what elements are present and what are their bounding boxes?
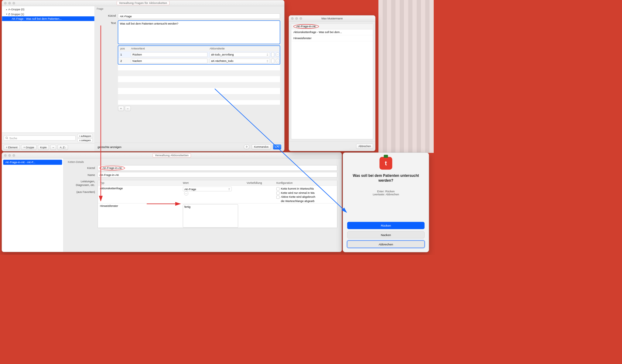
- hinweis-textarea[interactable]: fertig: [183, 204, 238, 228]
- hint-space: Leertaste: Abbrechen: [373, 193, 399, 196]
- label-kuerzel: Kürzel: [68, 166, 97, 170]
- konf-2-label: Kette wird nur einmal in Wa: [281, 191, 315, 194]
- cancel-button[interactable]: Abbrechen: [347, 241, 425, 248]
- tree-item-akfrage[interactable]: AK-Frage - Was soll bei dem Patienten...: [2, 16, 94, 21]
- window-title: Verwaltung Fragen für Aktionsketten: [117, 1, 169, 5]
- konf-check-3[interactable]: Aktive Kette wird abgebroch: [276, 195, 337, 199]
- remove-button[interactable]: –: [50, 145, 56, 150]
- pos-1: 1: [118, 53, 129, 56]
- titlebar[interactable]: Verwaltung Fragen für Aktionsketten: [2, 0, 284, 6]
- traffic-lights[interactable]: [4, 154, 15, 157]
- answers-empty-rows: [118, 64, 280, 105]
- svg-line-1: [7, 138, 8, 139]
- ketten-table: Typ Wert Vorbefüllung Konfiguration Akti…: [97, 180, 337, 228]
- wert-more-icon[interactable]: ⋯: [184, 191, 188, 196]
- question-tree[interactable]: ▸A-Gruppe (0) ▾Z Gruppe (1) AK-Frage - W…: [2, 6, 94, 133]
- background-mosaic: [378, 0, 434, 153]
- pos-2: 2: [118, 59, 129, 62]
- aktionsketten-sidebar[interactable]: AK-Frage-in-AK - AK-F...: [2, 158, 63, 252]
- leist-text: Leistungen, Diagnosen, etc.: [76, 180, 95, 186]
- hint-enter: Enter: Rücken: [373, 190, 399, 193]
- keyboard-hints: Enter: Rücken Leertaste: Abbrechen: [373, 190, 399, 196]
- konf-3-label: Aktive Kette wird abgebroch: [281, 195, 315, 199]
- konf-check-1[interactable]: Kette kommt in Warteschla: [276, 187, 337, 191]
- traffic-lights[interactable]: [291, 17, 302, 19]
- typ-1: Aktionskettenfrage: [98, 187, 181, 190]
- sidebar-item-label: AK-Frage-in-AK - AK-F...: [5, 161, 36, 164]
- ok-button[interactable]: OK: [273, 144, 282, 150]
- ketten-row-1[interactable]: Aktionskettenfrage AK-Frage ⋯ Kette komm…: [98, 186, 337, 204]
- section-ketten-details: Ketten-Details: [68, 160, 337, 165]
- typ-2: Hinweisfenster: [98, 204, 181, 207]
- ketten-row-2[interactable]: Hinweisfenster fertig: [98, 204, 337, 228]
- traffic-lights[interactable]: [4, 2, 15, 4]
- wert-select-1[interactable]: AK-Frage: [183, 187, 232, 191]
- konf-check-2[interactable]: Kette wird nur einmal in Wa: [276, 191, 337, 195]
- ak-stepper-1[interactable]: [271, 52, 274, 57]
- answer-input-1[interactable]: Rücken: [131, 52, 207, 57]
- ak-more-icon-1[interactable]: ⋯: [275, 52, 280, 57]
- tree-group-a[interactable]: ▸A-Gruppe (0): [2, 7, 94, 12]
- titlebar[interactable]: Verwaltung Aktionsketten: [2, 153, 342, 159]
- ak-more-icon-2[interactable]: ⋯: [275, 59, 280, 63]
- cancel-button[interactable]: Abbrechen: [356, 144, 373, 149]
- answer-ruecken-button[interactable]: Rücken: [347, 222, 425, 229]
- window-verwaltung-aktionsketten: Verwaltung Aktionsketten AK-Frage-in-AK …: [2, 152, 342, 252]
- collapse-all-button[interactable]: v zuklappen: [77, 138, 93, 142]
- app-icon: t: [380, 157, 392, 170]
- konf-check-3b: die Warteschlange abgearb: [276, 199, 337, 203]
- window-max-mustermann: Max Mustermann AK-Frage-in-AK Aktionsket…: [289, 15, 376, 151]
- sidebar-item-akfrageinak[interactable]: AK-Frage-in-AK - AK-F...: [3, 160, 62, 165]
- ak-stepper-2[interactable]: [271, 59, 274, 63]
- name-input[interactable]: AK-Frage-in-AK: [97, 172, 337, 177]
- search-placeholder: Suche: [9, 136, 17, 140]
- checkbox-icon: [276, 191, 280, 195]
- answers-table: pos Antworttext Aktionskette 1 Rücken ak…: [118, 46, 280, 65]
- konf-1-label: Kette kommt in Warteschla: [281, 187, 314, 190]
- titlebar[interactable]: Max Mustermann: [289, 15, 375, 22]
- step-1-label: Aktionskettenfrage - Was soll bei dem...: [293, 31, 342, 34]
- step-item-2[interactable]: Hinweisfenster: [291, 35, 373, 41]
- help-button[interactable]: ?: [244, 144, 250, 150]
- add-element-button[interactable]: + Element: [4, 145, 20, 150]
- search-icon: [5, 137, 8, 139]
- kommandos-button[interactable]: Kommandos: [252, 144, 271, 150]
- answer-row-2[interactable]: 2 Nacken aK-nächstes_todo ⋯: [118, 58, 280, 64]
- tree-group-z-label: Z Gruppe (1): [8, 12, 24, 16]
- col-konfiguration: Konfiguration: [274, 181, 337, 185]
- main-panel: Frage Kürzel AK-Frage Text Was soll bei …: [95, 6, 284, 151]
- answer-2-text: Nacken: [132, 59, 142, 62]
- add-group-button[interactable]: + Gruppe: [21, 145, 37, 150]
- list-header: AK-Frage-in-AK: [296, 25, 316, 28]
- tree-group-a-label: A-Gruppe (0): [8, 8, 24, 11]
- aktionskette-select-1[interactable]: ak-todo_anAnfang: [210, 52, 270, 57]
- show-deleted-label[interactable]: gelöschte anzeigen: [97, 145, 121, 149]
- text-value: Was soll bei dem Patienten untersucht we…: [120, 22, 178, 25]
- sort-button[interactable]: A..Z↓: [57, 145, 68, 150]
- sidebar: ▸A-Gruppe (0) ▾Z Gruppe (1) AK-Frage - W…: [2, 6, 94, 151]
- search-bar: Suche > aufklappen v zuklappen: [2, 133, 94, 143]
- copy-button[interactable]: Kopie: [38, 145, 49, 150]
- step-item-1[interactable]: Aktionskettenfrage - Was soll bei dem...: [291, 29, 373, 35]
- steps-list: AK-Frage-in-AK Aktionskettenfrage - Was …: [291, 24, 373, 140]
- expand-all-button[interactable]: > aufklappen: [77, 134, 93, 138]
- search-input[interactable]: Suche: [4, 136, 76, 141]
- ketten-details-panel: Ketten-Details Kürzel AK-Frage-in-AK Nam…: [63, 158, 342, 252]
- answer-add-button[interactable]: +: [118, 106, 124, 111]
- section-label-frage: Frage: [95, 6, 284, 11]
- footer: gelöschte anzeigen ? Kommandos OK: [95, 143, 284, 151]
- fav-text: (aus Favoriten): [77, 190, 95, 194]
- kuerzel-input[interactable]: AK-Frage: [118, 13, 280, 19]
- aktionskette-select-2[interactable]: aK-nächstes_todo: [210, 59, 270, 63]
- checkbox-icon: [276, 196, 280, 199]
- col-wert: Wert: [181, 181, 244, 185]
- answer-remove-button[interactable]: –: [125, 106, 131, 111]
- tree-group-z[interactable]: ▾Z Gruppe (1): [2, 12, 94, 16]
- step-2-label: Hinweisfenster: [293, 36, 312, 39]
- answer-input-2[interactable]: Nacken: [131, 59, 207, 63]
- answer-nacken-button[interactable]: Nacken: [347, 231, 425, 238]
- text-textarea[interactable]: Was soll bei dem Patienten untersucht we…: [118, 21, 280, 44]
- window-verwaltung-fragen: Verwaltung Fragen für Aktionsketten ▸A-G…: [2, 0, 285, 151]
- answer-row-1[interactable]: 1 Rücken ak-todo_anAnfang ⋯: [118, 51, 280, 58]
- kuerzel-input[interactable]: AK-Frage-in-AK: [97, 165, 337, 171]
